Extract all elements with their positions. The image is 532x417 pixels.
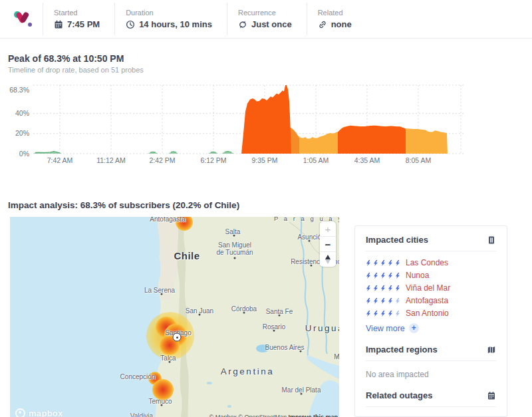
map-label-valdivia: Valdivia [130, 412, 153, 417]
duration-value: 14 hours, 10 mins [139, 19, 212, 29]
related-outages-title: Related outages [366, 390, 432, 400]
series-outage-mid-dark [338, 126, 406, 154]
recurrence-label: Recurrence [238, 9, 292, 17]
app-logo-icon[interactable] [13, 9, 33, 29]
impacted-city-row[interactable]: San Antonio [366, 309, 496, 318]
y-tick-label: 40% [15, 109, 29, 117]
x-tick-label: 9:35 PM [251, 156, 277, 164]
map-label-concepci-n: Concepción [120, 373, 156, 380]
map-label-mar-del-plata: Mar del Plata [282, 386, 321, 394]
city-name: Viña del Mar [406, 283, 450, 293]
x-tick-label: 7:42 AM [47, 156, 73, 164]
bolt-icon [373, 259, 378, 267]
impacted-city-row[interactable]: Viña del Mar [366, 283, 496, 293]
bolt-icon [395, 272, 400, 279]
impacted-city-row[interactable]: Las Condes [366, 258, 496, 267]
city-name: Antofagasta [406, 296, 448, 305]
regions-empty-text: No area impacted [366, 370, 496, 379]
field-duration: Duration 14 hours, 10 mins [114, 3, 227, 35]
severity-bolts [366, 310, 400, 317]
impacted-cities-title: Impacted cities [366, 235, 428, 245]
city-name: Nunoa [406, 271, 429, 280]
calendar-icon [54, 20, 63, 29]
bolt-icon [366, 297, 371, 305]
map-label-san-juan: San Juan [186, 307, 213, 315]
x-tick-label: 4:35 AM [354, 156, 380, 164]
bolt-icon [395, 285, 400, 292]
attribution-improve-link[interactable]: Improve this map [288, 414, 338, 417]
compass-south-icon [325, 259, 331, 264]
view-more-button[interactable]: View more + [366, 323, 496, 333]
regions-divider [366, 360, 496, 361]
city-name: San Antonio [406, 309, 449, 318]
impact-map[interactable]: + − mapbox © Mapbox © OpenStreetMap Impr… [10, 217, 339, 417]
map-label-santa-fe: Santa Fe [266, 308, 293, 315]
bolt-icon [388, 259, 393, 267]
chart-header: Peak of 68.3% at 10:50 PM Timeline of dr… [0, 39, 532, 75]
series-outage-spike [241, 85, 291, 154]
map-label-rosario: Rosario [263, 323, 285, 331]
link-icon [318, 20, 327, 29]
map-zoom-out-button[interactable]: − [320, 237, 336, 252]
map-label-buenos-aires: Buenos Aires [265, 344, 305, 351]
city-name: Las Condes [406, 258, 448, 267]
drop-rate-chart[interactable]: 68.3%40%20%0%7:42 AM11:12 AM2:42 PM6:12 … [0, 80, 532, 168]
attribution-osm[interactable]: © OpenStreetMap [238, 414, 287, 417]
y-tick-label: 0% [19, 150, 29, 158]
map-label-uruguay: Uruguay [305, 325, 339, 332]
bolt-icon [380, 259, 386, 267]
logo-purple-dot [28, 23, 32, 27]
severity-bolts [366, 297, 400, 305]
attribution-mapbox[interactable]: © Mapbox [209, 414, 237, 417]
bolt-icon [395, 259, 400, 267]
map-label-c-rdoba: Córdoba [231, 305, 257, 313]
bolt-icon [373, 285, 378, 292]
x-tick-label: 11:12 AM [96, 156, 126, 164]
map-compass-button[interactable] [320, 252, 336, 267]
map-label-antofagasta: Antofagasta [150, 217, 185, 223]
repeat-icon [238, 20, 247, 29]
y-tick-label: 68.3% [9, 86, 29, 94]
map-zoom-controls: + − [320, 221, 336, 267]
x-tick-label: 8:05 AM [406, 156, 432, 164]
plus-icon: + [409, 323, 419, 333]
mapbox-logo[interactable]: mapbox [15, 408, 63, 417]
severity-bolts [366, 272, 400, 279]
bolt-icon [388, 297, 393, 305]
calendar-grid-icon [487, 391, 496, 400]
map-label-montevideo: Montevideo [334, 353, 339, 360]
impacted-city-row[interactable]: Nunoa [366, 271, 496, 280]
y-tick-label: 20% [15, 129, 29, 137]
started-value: 7:45 PM [67, 19, 100, 29]
bolt-icon [373, 297, 378, 305]
x-tick-label: 6:12 PM [200, 156, 226, 164]
field-started: Started 7:45 PM [43, 3, 114, 35]
header: Started 7:45 PM Duration 14 hours, 10 mi… [0, 0, 532, 39]
bolt-icon [380, 285, 386, 292]
field-recurrence: Recurrence Just once [227, 3, 307, 35]
santiago-target-marker[interactable] [173, 333, 182, 342]
chart-title: Peak of 68.3% at 10:50 PM [8, 53, 532, 65]
bolt-icon [388, 272, 393, 279]
impacted-city-row[interactable]: Antofagasta [366, 296, 496, 305]
severity-bolts [366, 259, 400, 267]
bolt-icon [380, 297, 386, 305]
cities-divider [366, 251, 496, 251]
map-icon [487, 345, 496, 354]
bolt-icon [366, 310, 371, 317]
map-attribution: © Mapbox © OpenStreetMap Improve this ma… [209, 414, 338, 417]
outages-divider [366, 406, 496, 407]
started-label: Started [54, 9, 100, 17]
building-icon [487, 235, 496, 245]
x-tick-label: 2:42 PM [149, 156, 175, 164]
map-label-chile: Chile [174, 252, 200, 259]
bolt-icon [388, 310, 393, 317]
map-label-san-miguel-de-tucum-n: San Miguel de Tucumán [216, 241, 253, 256]
compass-north-icon [325, 255, 331, 259]
x-tick-label: 1:05 AM [303, 156, 329, 164]
impacted-regions-title: Impacted regions [366, 345, 438, 354]
related-label: Related [318, 9, 352, 17]
clock-icon [126, 20, 135, 29]
bolt-icon [373, 310, 378, 317]
map-zoom-in-button[interactable]: + [320, 221, 336, 237]
